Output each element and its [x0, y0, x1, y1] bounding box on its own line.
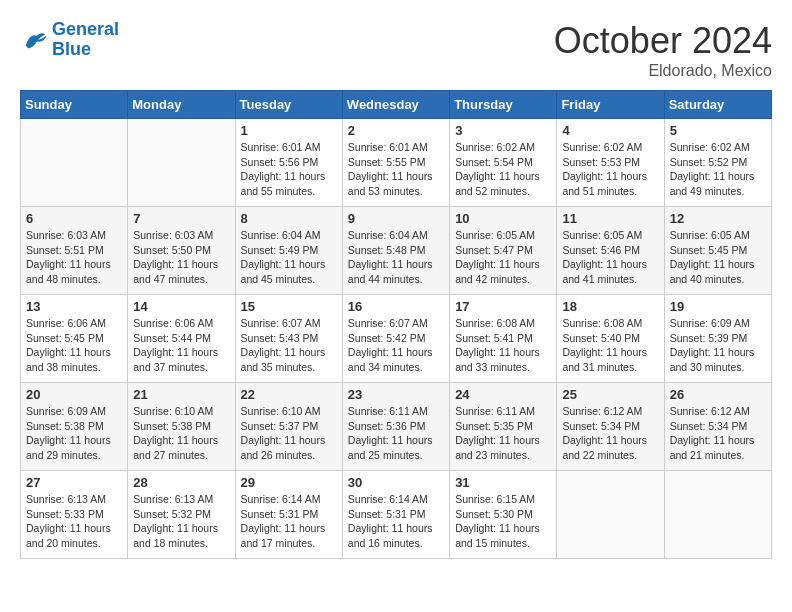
day-number: 30 — [348, 475, 444, 490]
day-info: Sunrise: 6:09 AM Sunset: 5:38 PM Dayligh… — [26, 404, 122, 463]
day-info: Sunrise: 6:11 AM Sunset: 5:36 PM Dayligh… — [348, 404, 444, 463]
day-number: 18 — [562, 299, 658, 314]
day-info: Sunrise: 6:14 AM Sunset: 5:31 PM Dayligh… — [241, 492, 337, 551]
day-info: Sunrise: 6:03 AM Sunset: 5:50 PM Dayligh… — [133, 228, 229, 287]
calendar-day-cell: 29Sunrise: 6:14 AM Sunset: 5:31 PM Dayli… — [235, 471, 342, 559]
day-header-thursday: Thursday — [450, 91, 557, 119]
calendar-day-cell: 28Sunrise: 6:13 AM Sunset: 5:32 PM Dayli… — [128, 471, 235, 559]
day-info: Sunrise: 6:04 AM Sunset: 5:49 PM Dayligh… — [241, 228, 337, 287]
day-info: Sunrise: 6:01 AM Sunset: 5:56 PM Dayligh… — [241, 140, 337, 199]
day-number: 17 — [455, 299, 551, 314]
day-header-sunday: Sunday — [21, 91, 128, 119]
day-info: Sunrise: 6:08 AM Sunset: 5:40 PM Dayligh… — [562, 316, 658, 375]
day-header-tuesday: Tuesday — [235, 91, 342, 119]
calendar-day-cell: 4Sunrise: 6:02 AM Sunset: 5:53 PM Daylig… — [557, 119, 664, 207]
day-info: Sunrise: 6:02 AM Sunset: 5:54 PM Dayligh… — [455, 140, 551, 199]
calendar-day-cell: 20Sunrise: 6:09 AM Sunset: 5:38 PM Dayli… — [21, 383, 128, 471]
day-info: Sunrise: 6:07 AM Sunset: 5:43 PM Dayligh… — [241, 316, 337, 375]
day-number: 12 — [670, 211, 766, 226]
logo-bird-icon — [20, 26, 48, 54]
calendar-day-cell: 7Sunrise: 6:03 AM Sunset: 5:50 PM Daylig… — [128, 207, 235, 295]
day-number: 20 — [26, 387, 122, 402]
calendar-week-row: 13Sunrise: 6:06 AM Sunset: 5:45 PM Dayli… — [21, 295, 772, 383]
day-info: Sunrise: 6:08 AM Sunset: 5:41 PM Dayligh… — [455, 316, 551, 375]
day-info: Sunrise: 6:06 AM Sunset: 5:45 PM Dayligh… — [26, 316, 122, 375]
month-title: October 2024 — [554, 20, 772, 62]
day-info: Sunrise: 6:07 AM Sunset: 5:42 PM Dayligh… — [348, 316, 444, 375]
day-info: Sunrise: 6:10 AM Sunset: 5:37 PM Dayligh… — [241, 404, 337, 463]
calendar-day-cell: 27Sunrise: 6:13 AM Sunset: 5:33 PM Dayli… — [21, 471, 128, 559]
calendar-table: SundayMondayTuesdayWednesdayThursdayFrid… — [20, 90, 772, 559]
day-info: Sunrise: 6:11 AM Sunset: 5:35 PM Dayligh… — [455, 404, 551, 463]
calendar-day-cell: 23Sunrise: 6:11 AM Sunset: 5:36 PM Dayli… — [342, 383, 449, 471]
day-info: Sunrise: 6:02 AM Sunset: 5:53 PM Dayligh… — [562, 140, 658, 199]
day-info: Sunrise: 6:12 AM Sunset: 5:34 PM Dayligh… — [562, 404, 658, 463]
day-header-friday: Friday — [557, 91, 664, 119]
calendar-day-cell — [557, 471, 664, 559]
calendar-day-cell: 31Sunrise: 6:15 AM Sunset: 5:30 PM Dayli… — [450, 471, 557, 559]
day-info: Sunrise: 6:01 AM Sunset: 5:55 PM Dayligh… — [348, 140, 444, 199]
day-info: Sunrise: 6:09 AM Sunset: 5:39 PM Dayligh… — [670, 316, 766, 375]
calendar-day-cell: 17Sunrise: 6:08 AM Sunset: 5:41 PM Dayli… — [450, 295, 557, 383]
calendar-day-cell: 19Sunrise: 6:09 AM Sunset: 5:39 PM Dayli… — [664, 295, 771, 383]
day-info: Sunrise: 6:12 AM Sunset: 5:34 PM Dayligh… — [670, 404, 766, 463]
day-number: 27 — [26, 475, 122, 490]
day-number: 8 — [241, 211, 337, 226]
calendar-week-row: 6Sunrise: 6:03 AM Sunset: 5:51 PM Daylig… — [21, 207, 772, 295]
day-info: Sunrise: 6:13 AM Sunset: 5:33 PM Dayligh… — [26, 492, 122, 551]
day-info: Sunrise: 6:15 AM Sunset: 5:30 PM Dayligh… — [455, 492, 551, 551]
calendar-day-cell — [128, 119, 235, 207]
logo: General Blue — [20, 20, 119, 60]
calendar-day-cell: 14Sunrise: 6:06 AM Sunset: 5:44 PM Dayli… — [128, 295, 235, 383]
day-header-monday: Monday — [128, 91, 235, 119]
calendar-week-row: 1Sunrise: 6:01 AM Sunset: 5:56 PM Daylig… — [21, 119, 772, 207]
day-info: Sunrise: 6:05 AM Sunset: 5:45 PM Dayligh… — [670, 228, 766, 287]
calendar-day-cell: 1Sunrise: 6:01 AM Sunset: 5:56 PM Daylig… — [235, 119, 342, 207]
day-info: Sunrise: 6:13 AM Sunset: 5:32 PM Dayligh… — [133, 492, 229, 551]
calendar-day-cell: 9Sunrise: 6:04 AM Sunset: 5:48 PM Daylig… — [342, 207, 449, 295]
day-number: 21 — [133, 387, 229, 402]
calendar-day-cell: 12Sunrise: 6:05 AM Sunset: 5:45 PM Dayli… — [664, 207, 771, 295]
calendar-header-row: SundayMondayTuesdayWednesdayThursdayFrid… — [21, 91, 772, 119]
day-number: 19 — [670, 299, 766, 314]
calendar-week-row: 20Sunrise: 6:09 AM Sunset: 5:38 PM Dayli… — [21, 383, 772, 471]
day-info: Sunrise: 6:05 AM Sunset: 5:46 PM Dayligh… — [562, 228, 658, 287]
day-number: 10 — [455, 211, 551, 226]
calendar-day-cell: 22Sunrise: 6:10 AM Sunset: 5:37 PM Dayli… — [235, 383, 342, 471]
calendar-day-cell: 6Sunrise: 6:03 AM Sunset: 5:51 PM Daylig… — [21, 207, 128, 295]
calendar-day-cell: 26Sunrise: 6:12 AM Sunset: 5:34 PM Dayli… — [664, 383, 771, 471]
calendar-week-row: 27Sunrise: 6:13 AM Sunset: 5:33 PM Dayli… — [21, 471, 772, 559]
day-info: Sunrise: 6:04 AM Sunset: 5:48 PM Dayligh… — [348, 228, 444, 287]
title-block: October 2024 Eldorado, Mexico — [554, 20, 772, 80]
day-number: 28 — [133, 475, 229, 490]
day-number: 14 — [133, 299, 229, 314]
calendar-day-cell: 30Sunrise: 6:14 AM Sunset: 5:31 PM Dayli… — [342, 471, 449, 559]
calendar-day-cell: 25Sunrise: 6:12 AM Sunset: 5:34 PM Dayli… — [557, 383, 664, 471]
day-number: 11 — [562, 211, 658, 226]
calendar-day-cell: 18Sunrise: 6:08 AM Sunset: 5:40 PM Dayli… — [557, 295, 664, 383]
location-subtitle: Eldorado, Mexico — [554, 62, 772, 80]
day-header-saturday: Saturday — [664, 91, 771, 119]
calendar-day-cell — [21, 119, 128, 207]
calendar-day-cell: 2Sunrise: 6:01 AM Sunset: 5:55 PM Daylig… — [342, 119, 449, 207]
day-number: 1 — [241, 123, 337, 138]
calendar-day-cell: 13Sunrise: 6:06 AM Sunset: 5:45 PM Dayli… — [21, 295, 128, 383]
day-info: Sunrise: 6:05 AM Sunset: 5:47 PM Dayligh… — [455, 228, 551, 287]
day-number: 29 — [241, 475, 337, 490]
page-header: General Blue October 2024 Eldorado, Mexi… — [20, 20, 772, 80]
day-number: 3 — [455, 123, 551, 138]
day-info: Sunrise: 6:03 AM Sunset: 5:51 PM Dayligh… — [26, 228, 122, 287]
calendar-day-cell: 8Sunrise: 6:04 AM Sunset: 5:49 PM Daylig… — [235, 207, 342, 295]
day-number: 4 — [562, 123, 658, 138]
day-number: 2 — [348, 123, 444, 138]
day-number: 7 — [133, 211, 229, 226]
day-number: 16 — [348, 299, 444, 314]
calendar-day-cell: 3Sunrise: 6:02 AM Sunset: 5:54 PM Daylig… — [450, 119, 557, 207]
day-header-wednesday: Wednesday — [342, 91, 449, 119]
calendar-day-cell — [664, 471, 771, 559]
calendar-day-cell: 21Sunrise: 6:10 AM Sunset: 5:38 PM Dayli… — [128, 383, 235, 471]
calendar-day-cell: 5Sunrise: 6:02 AM Sunset: 5:52 PM Daylig… — [664, 119, 771, 207]
logo-text: General Blue — [52, 20, 119, 60]
day-number: 6 — [26, 211, 122, 226]
day-number: 22 — [241, 387, 337, 402]
